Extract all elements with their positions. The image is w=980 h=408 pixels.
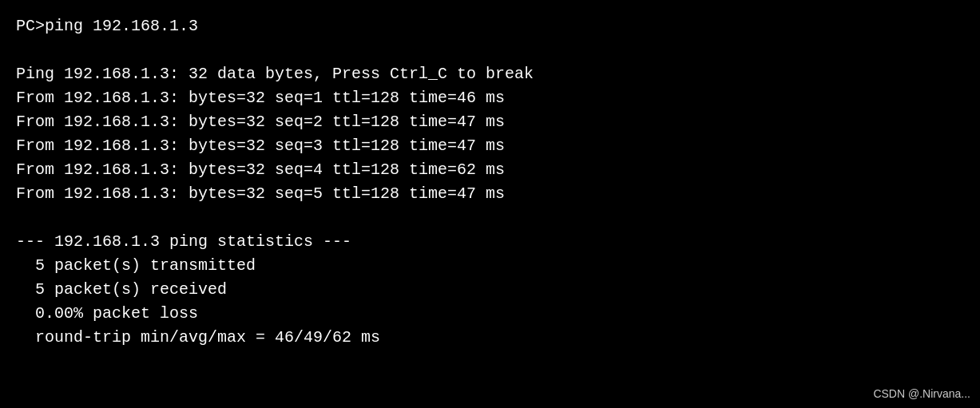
ping-seq1-line: From 192.168.1.3: bytes=32 seq=1 ttl=128… <box>16 86 964 110</box>
blank-line-2 <box>16 206 964 230</box>
ping-header-line: Ping 192.168.1.3: 32 data bytes, Press C… <box>16 62 964 86</box>
command-line: PC>ping 192.168.1.3 <box>16 14 964 38</box>
stats-header-line: --- 192.168.1.3 ping statistics --- <box>16 230 964 254</box>
ping-seq5-line: From 192.168.1.3: bytes=32 seq=5 ttl=128… <box>16 182 964 206</box>
terminal-window: PC>ping 192.168.1.3 Ping 192.168.1.3: 32… <box>0 0 980 408</box>
ping-seq2-line: From 192.168.1.3: bytes=32 seq=2 ttl=128… <box>16 110 964 134</box>
round-trip-line: round-trip min/avg/max = 46/49/62 ms <box>16 326 964 350</box>
packet-loss-line: 0.00% packet loss <box>16 302 964 326</box>
watermark: CSDN @.Nirvana... <box>873 387 970 400</box>
received-line: 5 packet(s) received <box>16 278 964 302</box>
transmitted-line: 5 packet(s) transmitted <box>16 254 964 278</box>
ping-seq4-line: From 192.168.1.3: bytes=32 seq=4 ttl=128… <box>16 158 964 182</box>
blank-line-1 <box>16 38 964 62</box>
ping-seq3-line: From 192.168.1.3: bytes=32 seq=3 ttl=128… <box>16 134 964 158</box>
